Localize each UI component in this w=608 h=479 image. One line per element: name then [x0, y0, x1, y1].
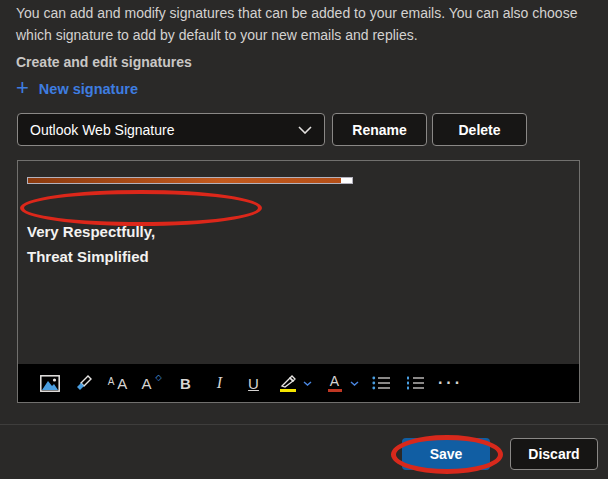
font-color-button[interactable]: A — [323, 369, 346, 397]
font-color-chevron-down-icon[interactable] — [350, 381, 359, 386]
underline-button[interactable]: U — [242, 369, 265, 397]
more-formatting-options-button[interactable]: ··· — [438, 369, 463, 397]
font-size-icon: A◇ — [141, 375, 161, 392]
bold-button[interactable]: B — [174, 369, 197, 397]
selected-signature-value: Outlook Web Signature — [30, 122, 175, 138]
signature-divider-image — [27, 177, 353, 184]
rename-button[interactable]: Rename — [332, 113, 427, 146]
plus-icon: + — [16, 79, 29, 97]
chevron-down-icon — [298, 126, 312, 134]
signature-editor[interactable]: Very Respectfully, Threat Simplified — [17, 160, 580, 403]
highlight-chevron-down-icon[interactable] — [303, 381, 312, 386]
footer-divider — [0, 424, 608, 425]
bold-icon: B — [180, 375, 191, 392]
signature-text: Very Respectfully, Threat Simplified — [27, 219, 155, 269]
intro-text: You can add and modify signatures that c… — [16, 3, 594, 46]
font-color-a-icon: A — [330, 375, 339, 388]
new-signature-label: New signature — [39, 81, 138, 97]
save-button[interactable]: Save — [402, 438, 490, 470]
format-painter-button[interactable] — [72, 369, 95, 397]
numbered-list-icon — [406, 376, 425, 390]
highlight-color-button[interactable] — [276, 369, 299, 397]
section-heading: Create and edit signatures — [16, 54, 192, 70]
numbered-list-button[interactable] — [404, 369, 427, 397]
font-icon: AA — [108, 375, 128, 392]
bulleted-list-button[interactable] — [370, 369, 393, 397]
highlighter-pen-icon — [280, 375, 296, 388]
delete-button[interactable]: Delete — [432, 113, 527, 146]
formatting-toolbar: AA A◇ B I U — [18, 364, 579, 402]
format-painter-icon — [74, 374, 93, 392]
font-button[interactable]: AA — [106, 369, 129, 397]
signature-line-2: Threat Simplified — [27, 244, 155, 269]
font-color-swatch — [328, 389, 342, 392]
new-signature-button[interactable]: + New signature — [16, 81, 138, 97]
insert-picture-button[interactable] — [38, 369, 61, 397]
discard-button[interactable]: Discard — [510, 438, 598, 470]
font-size-button[interactable]: A◇ — [140, 369, 163, 397]
bulleted-list-icon — [372, 376, 391, 390]
highlight-color-swatch — [280, 389, 296, 392]
more-options-icon: ··· — [438, 374, 463, 392]
italic-icon: I — [217, 374, 222, 392]
underline-icon: U — [248, 375, 259, 392]
signature-select-dropdown[interactable]: Outlook Web Signature — [17, 113, 325, 146]
italic-button[interactable]: I — [208, 369, 231, 397]
signature-settings-panel: You can add and modify signatures that c… — [0, 0, 608, 479]
picture-icon — [40, 375, 60, 392]
signature-line-1: Very Respectfully, — [27, 219, 155, 244]
